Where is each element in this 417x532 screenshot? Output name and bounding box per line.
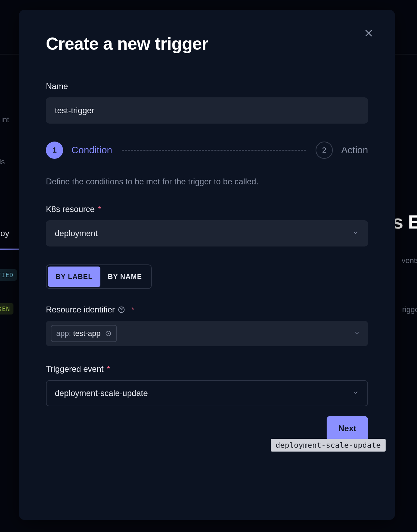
- triggered-event-value: deployment-scale-update: [55, 388, 148, 398]
- name-label: Name: [46, 81, 368, 91]
- bg-tab-fragment: loy: [0, 229, 9, 238]
- step-1-bullet: 1: [46, 142, 63, 159]
- modal-title: Create a new trigger: [46, 34, 368, 54]
- modal-footer: Next: [46, 416, 368, 441]
- create-trigger-modal: Create a new trigger Name 1 Condition 2 …: [19, 10, 395, 520]
- step-condition[interactable]: 1 Condition: [46, 142, 112, 159]
- triggered-event-label: Triggered event *: [46, 364, 368, 374]
- close-button[interactable]: [362, 27, 376, 41]
- close-icon: [364, 28, 374, 40]
- field-triggered-event: Triggered event * deployment-scale-updat…: [46, 364, 368, 406]
- required-star-icon: *: [98, 205, 101, 214]
- triggered-event-tooltip: deployment-scale-update: [271, 439, 386, 452]
- stepper: 1 Condition 2 Action: [46, 142, 368, 159]
- by-name-button[interactable]: BY NAME: [100, 267, 150, 287]
- bg-text-fragment: ls: [0, 157, 5, 166]
- k8s-resource-value: deployment: [55, 229, 98, 238]
- k8s-resource-select[interactable]: deployment: [46, 220, 368, 246]
- resource-identifier-label: Resource identifier *: [46, 305, 368, 315]
- bg-tab-underline: [0, 249, 19, 250]
- step-description: Define the conditions to be met for the …: [46, 177, 368, 186]
- k8s-resource-label-text: K8s resource: [46, 204, 95, 214]
- next-button[interactable]: Next: [327, 416, 368, 441]
- bg-badge-modified: IFIED: [0, 269, 17, 281]
- triggered-event-select[interactable]: deployment-scale-update: [46, 380, 368, 406]
- chevron-down-icon: [354, 329, 360, 338]
- resource-identifier-select[interactable]: app: test-app: [46, 321, 368, 346]
- bg-text-fragment: rigge: [402, 305, 417, 314]
- step-1-label: Condition: [71, 145, 112, 156]
- bg-text-fragment: vents: [401, 256, 417, 265]
- triggered-event-label-text: Triggered event: [46, 364, 103, 374]
- chevron-down-icon: [352, 229, 359, 238]
- required-star-icon: *: [107, 365, 110, 374]
- chevron-down-icon: [352, 388, 359, 398]
- required-star-icon: *: [131, 305, 135, 314]
- field-resource-identifier: Resource identifier * app: test-app: [46, 305, 368, 346]
- step-divider: [122, 150, 306, 151]
- step-action[interactable]: 2 Action: [316, 142, 368, 159]
- resource-label-tag: app: test-app: [51, 325, 117, 342]
- bg-badge-backend: CKEN: [0, 303, 13, 315]
- name-input[interactable]: [46, 97, 368, 124]
- k8s-resource-label: K8s resource *: [46, 204, 368, 214]
- resource-identifier-label-text: Resource identifier: [46, 305, 115, 315]
- field-name: Name: [46, 81, 368, 124]
- field-k8s-resource: K8s resource * deployment: [46, 204, 368, 246]
- step-2-bullet: 2: [316, 142, 333, 159]
- by-label-button[interactable]: BY LABEL: [48, 267, 100, 287]
- step-2-label: Action: [341, 145, 368, 156]
- identifier-mode-toggle: BY LABEL BY NAME: [46, 264, 152, 289]
- bg-heading-fragment: s E: [393, 211, 417, 233]
- svg-point-1: [121, 311, 122, 311]
- tag-remove-button[interactable]: [105, 330, 111, 337]
- tag-value: test-app: [73, 329, 101, 338]
- bg-text-fragment: r int: [0, 115, 9, 124]
- tag-key: app:: [56, 329, 71, 338]
- help-icon[interactable]: [118, 306, 125, 313]
